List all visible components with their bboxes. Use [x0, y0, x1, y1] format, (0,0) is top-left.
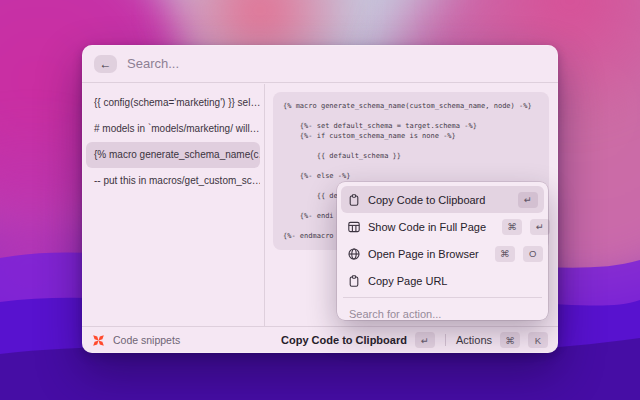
kbd-return: ↵: [518, 192, 538, 208]
search-input[interactable]: Search...: [127, 56, 179, 71]
code-line: {{ default_schema }}: [283, 151, 539, 161]
code-line: [283, 141, 539, 151]
back-button[interactable]: ←: [94, 55, 117, 73]
footer-divider: [445, 334, 446, 346]
list-item[interactable]: -- put this in macros/get_custom_sc…: [86, 168, 260, 194]
action-copy-code[interactable]: Copy Code to Clipboard ↵: [341, 186, 544, 213]
actions-menu-button[interactable]: Actions: [456, 334, 492, 346]
action-label: Copy Page URL: [368, 275, 448, 287]
kbd-return: ↵: [530, 219, 550, 235]
code-line: [283, 111, 539, 121]
list-item-selected[interactable]: {% macro generate_schema_name(c…: [86, 142, 260, 168]
search-bar: ← Search...: [82, 45, 558, 83]
code-line: {%- else -%}: [283, 171, 539, 181]
kbd-cmd: ⌘: [500, 332, 520, 348]
action-label: Open Page in Browser: [368, 248, 479, 260]
screen: ← Search... {{ config(schema='marketing'…: [0, 0, 640, 400]
clipboard-icon: [347, 193, 360, 206]
actions-popup: Copy Code to Clipboard ↵ Show Code in Fu…: [337, 182, 548, 320]
list-item[interactable]: {{ config(schema='marketing') }} sel…: [86, 90, 260, 116]
action-search-input[interactable]: Search for action...: [341, 301, 544, 326]
kbd-letter: O: [523, 246, 543, 262]
code-line: {%- set default_schema = target.schema -…: [283, 121, 539, 131]
action-label: Copy Code to Clipboard: [368, 194, 485, 206]
kbd-letter: K: [528, 332, 548, 348]
action-label: Show Code in Full Page: [368, 221, 486, 233]
extension-name: Code snippets: [113, 334, 180, 346]
code-line: {% macro generate_schema_name(custom_sch…: [283, 101, 539, 111]
kbd-cmd: ⌘: [502, 219, 522, 235]
dbt-logo: [92, 334, 105, 347]
list-item[interactable]: # models in `models/marketing/ will…: [86, 116, 260, 142]
action-open-in-browser[interactable]: Open Page in Browser ⌘ O: [341, 240, 544, 267]
popup-divider: [343, 297, 542, 298]
code-line: [283, 161, 539, 171]
snippet-list: {{ config(schema='marketing') }} sel… # …: [82, 84, 265, 326]
code-line: {%- if custom_schema_name is none -%}: [283, 131, 539, 141]
kbd-return: ↵: [415, 332, 435, 348]
clipboard-icon: [347, 274, 360, 287]
status-bar: Code snippets Copy Code to Clipboard ↵ A…: [82, 326, 558, 353]
launcher-window: ← Search... {{ config(schema='marketing'…: [82, 45, 558, 353]
globe-icon: [347, 247, 360, 260]
window-grid-icon: [347, 220, 360, 233]
kbd-cmd: ⌘: [495, 246, 515, 262]
primary-action-button[interactable]: Copy Code to Clipboard: [281, 334, 407, 346]
action-copy-page-url[interactable]: Copy Page URL: [341, 267, 544, 294]
arrow-left-icon: ←: [100, 57, 112, 71]
action-show-full-page[interactable]: Show Code in Full Page ⌘ ↵: [341, 213, 544, 240]
